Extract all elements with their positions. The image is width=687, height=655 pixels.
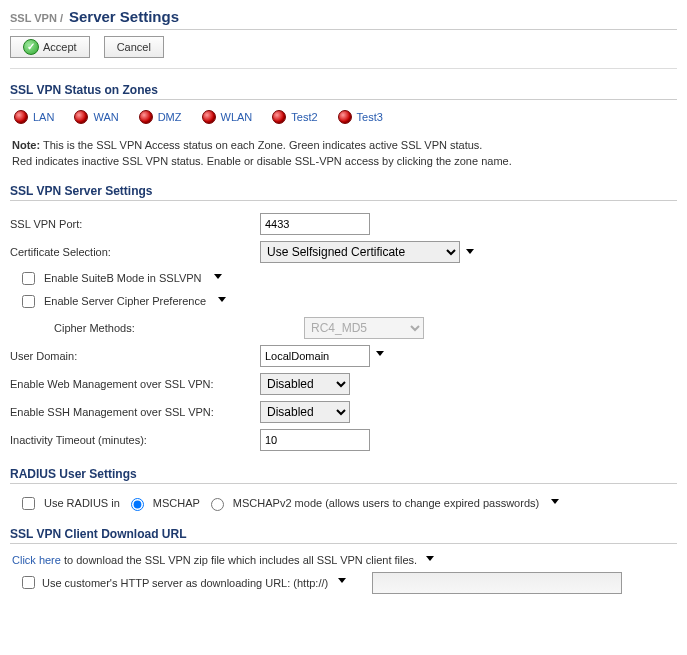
check-circle-icon: ✓	[23, 39, 39, 55]
custom-url-input	[372, 572, 622, 594]
mschap-radio[interactable]	[131, 498, 144, 511]
page-title: Server Settings	[69, 8, 179, 25]
section-title-radius: RADIUS User Settings	[10, 467, 677, 481]
zone-item-wan[interactable]: WAN	[74, 110, 118, 124]
accept-label: Accept	[43, 41, 77, 53]
button-divider	[10, 68, 677, 69]
download-text: to download the SSL VPN zip file which i…	[61, 554, 417, 566]
suiteb-label: Enable SuiteB Mode in SSLVPN	[44, 272, 202, 284]
note-line1: This is the SSL VPN Access status on eac…	[43, 139, 482, 151]
cipher-methods-select: RC4_MD5	[304, 317, 424, 339]
cipher-pref-label: Enable Server Cipher Preference	[44, 295, 206, 307]
zone-label: WLAN	[221, 111, 253, 123]
chevron-down-icon[interactable]	[214, 274, 222, 279]
cert-select[interactable]: Use Selfsigned Certificate	[260, 241, 460, 263]
cipher-methods-label: Cipher Methods:	[10, 322, 304, 334]
chevron-down-icon[interactable]	[218, 297, 226, 302]
section-divider-zones	[10, 99, 677, 100]
timeout-input[interactable]	[260, 429, 370, 451]
status-led-icon	[14, 110, 28, 124]
user-domain-label: User Domain:	[10, 350, 260, 362]
custom-url-label: Use customer's HTTP server as downloadin…	[42, 577, 328, 589]
section-divider-radius	[10, 483, 677, 484]
ssh-mgmt-select[interactable]: Disabled	[260, 401, 350, 423]
click-here-link[interactable]: Click here	[12, 554, 61, 566]
web-mgmt-label: Enable Web Management over SSL VPN:	[10, 378, 260, 390]
mschapv2-label: MSCHAPv2 mode (allows users to change ex…	[233, 497, 539, 509]
cipher-pref-checkbox[interactable]	[22, 295, 35, 308]
zone-label: LAN	[33, 111, 54, 123]
zone-label: WAN	[93, 111, 118, 123]
zone-item-test2[interactable]: Test2	[272, 110, 317, 124]
user-domain-input[interactable]	[260, 345, 370, 367]
note-line2: Red indicates inactive SSL VPN status. E…	[12, 155, 512, 167]
zone-label: DMZ	[158, 111, 182, 123]
zone-label: Test2	[291, 111, 317, 123]
cert-label: Certificate Selection:	[10, 246, 260, 258]
mschap-label: MSCHAP	[153, 497, 200, 509]
status-led-icon	[338, 110, 352, 124]
section-divider-server	[10, 200, 677, 201]
zone-label: Test3	[357, 111, 383, 123]
breadcrumb: SSL VPN /	[10, 12, 63, 24]
chevron-down-icon[interactable]	[551, 499, 559, 504]
zone-item-test3[interactable]: Test3	[338, 110, 383, 124]
section-divider-download	[10, 543, 677, 544]
mschapv2-radio[interactable]	[211, 498, 224, 511]
section-title-server: SSL VPN Server Settings	[10, 184, 677, 198]
chevron-down-icon[interactable]	[376, 351, 384, 356]
section-title-zones: SSL VPN Status on Zones	[10, 83, 677, 97]
accept-button[interactable]: ✓ Accept	[10, 36, 90, 58]
suiteb-checkbox[interactable]	[22, 272, 35, 285]
use-radius-label: Use RADIUS in	[44, 497, 120, 509]
port-input[interactable]	[260, 213, 370, 235]
header-divider	[10, 29, 677, 30]
web-mgmt-select[interactable]: Disabled	[260, 373, 350, 395]
cancel-button[interactable]: Cancel	[104, 36, 164, 58]
chevron-down-icon[interactable]	[426, 556, 434, 561]
status-led-icon	[139, 110, 153, 124]
zones-note: Note: This is the SSL VPN Access status …	[12, 138, 677, 170]
custom-url-checkbox[interactable]	[22, 576, 35, 589]
zone-item-wlan[interactable]: WLAN	[202, 110, 253, 124]
status-led-icon	[202, 110, 216, 124]
zone-list: LAN WAN DMZ WLAN Test2 Test3	[14, 110, 677, 124]
zone-item-dmz[interactable]: DMZ	[139, 110, 182, 124]
use-radius-checkbox[interactable]	[22, 497, 35, 510]
chevron-down-icon[interactable]	[338, 578, 346, 583]
port-label: SSL VPN Port:	[10, 218, 260, 230]
section-title-download: SSL VPN Client Download URL	[10, 527, 677, 541]
timeout-label: Inactivity Timeout (minutes):	[10, 434, 260, 446]
ssh-mgmt-label: Enable SSH Management over SSL VPN:	[10, 406, 260, 418]
chevron-down-icon[interactable]	[466, 249, 474, 254]
cancel-label: Cancel	[117, 41, 151, 53]
zone-item-lan[interactable]: LAN	[14, 110, 54, 124]
note-label: Note:	[12, 139, 40, 151]
status-led-icon	[272, 110, 286, 124]
status-led-icon	[74, 110, 88, 124]
